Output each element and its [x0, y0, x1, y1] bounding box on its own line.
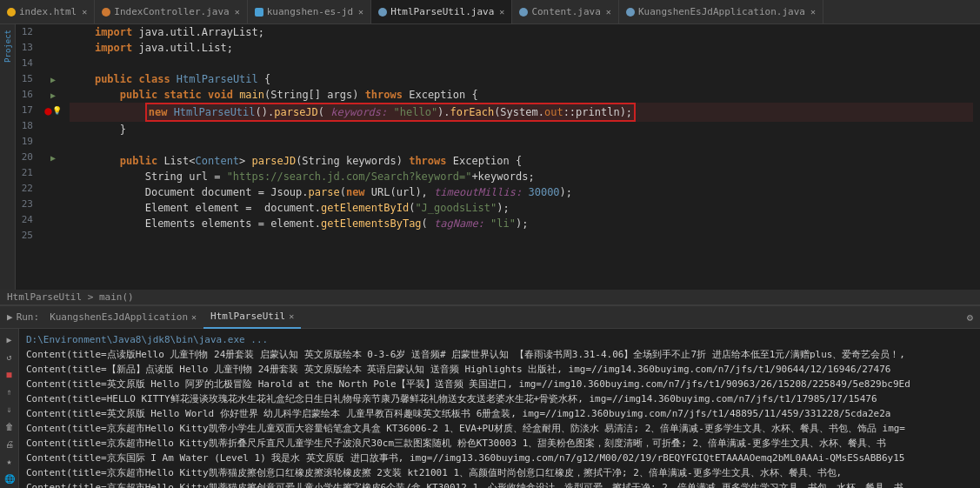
run-tab-close-kuangshen[interactable]: ✕: [191, 312, 197, 322]
marker-19: [43, 134, 63, 150]
tab-icon-java: [102, 8, 110, 17]
lnum-13: 13: [19, 40, 37, 56]
run-icon: ▶: [7, 311, 13, 323]
left-sidebar-gutter: Project: [0, 24, 16, 290]
code-content: Project 12 13 14 15 16 17 18 19 20 21 22…: [0, 24, 980, 290]
tab-icon-content: [519, 8, 528, 17]
tab-content-java[interactable]: Content.java ✕: [512, 0, 619, 24]
run-clear-button[interactable]: 🗑: [3, 419, 17, 433]
code-line-12: import java.util.ArrayList;: [70, 24, 973, 40]
run-panel: ▶ Run: KuangshenEsJdApplication ✕ HtmlPa…: [0, 305, 980, 488]
tab-index-html[interactable]: index.html ✕: [0, 0, 95, 24]
tab-close-html-parse-util[interactable]: ✕: [499, 7, 504, 17]
tab-close-content-java[interactable]: ✕: [606, 7, 611, 17]
code-editor: Project 12 13 14 15 16 17 18 19 20 21 22…: [0, 24, 980, 305]
run-output-line-9: Content(title=京东超市Hello Kitty凯蒂猫皮擦创意可爱儿童…: [26, 480, 973, 488]
code-line-19: [70, 137, 973, 153]
lnum-18: 18: [19, 118, 37, 134]
run-stop-button[interactable]: ■: [3, 367, 17, 381]
lnum-17: 17: [19, 103, 37, 118]
run-play-button[interactable]: ▶: [3, 332, 17, 346]
run-tab-kuangshen[interactable]: KuangshenEsJdApplication ✕: [43, 306, 203, 329]
run-web-button[interactable]: 🌐: [3, 471, 17, 485]
tab-html-parse-util[interactable]: HtmlParseUtil.java ✕: [371, 0, 512, 24]
run-label: ▶ Run:: [3, 311, 43, 323]
run-scroll-bottom-button[interactable]: ⇓: [3, 402, 17, 416]
code-line-21: String url = "https://search.jd.com/Sear…: [70, 169, 973, 184]
run-toolbar: ▶ ↺ ■ ⇑ ⇓ 🗑 🖨 ★ 🌐: [0, 329, 19, 488]
tab-close-index-controller[interactable]: ✕: [235, 7, 240, 17]
run-output-line-3: Content(title=HELLO KITTY鲜花漫谈玫瑰花水生花礼盒纪念日…: [26, 391, 973, 406]
tab-kuangshen-app[interactable]: KuangshenEsJdApplication.java ✕: [619, 0, 823, 24]
run-print-button[interactable]: 🖨: [3, 437, 17, 451]
tab-icon-html-parse: [378, 8, 387, 17]
marker-12: [43, 24, 63, 40]
marker-16: ▶: [43, 87, 63, 103]
marker-20: ▶: [43, 150, 63, 165]
marker-22: [43, 181, 63, 197]
run-output-line-0: Content(title=点读版Hello 儿童刊物 24册套装 启蒙认知 英…: [26, 347, 973, 362]
run-output-line-1: Content(title=【新品】点读版 Hello 儿童刊物 24册套装 英…: [26, 362, 973, 377]
tab-label-html-parse-util: HtmlParseUtil.java: [390, 6, 494, 17]
run-rerun-button[interactable]: ↺: [3, 350, 17, 364]
bulb-icon-17[interactable]: 💡: [52, 106, 62, 115]
tab-close-kuangshen-es-jd[interactable]: ✕: [358, 7, 363, 17]
tab-close-index-html[interactable]: ✕: [82, 7, 87, 17]
lnum-20: 20: [19, 150, 37, 165]
run-java-path: D:\Environment\Java8\jdk8\bin\java.exe .…: [26, 332, 973, 347]
tab-label-index-html: index.html: [19, 6, 77, 17]
tab-bar: index.html ✕ IndexController.java ✕ kuan…: [0, 0, 980, 24]
run-output-line-6: Content(title=京东超市Hello Kitty凯蒂折叠尺斥直尺儿童学…: [26, 436, 973, 451]
run-settings-icon[interactable]: ⚙: [963, 311, 977, 324]
lnum-19: 19: [19, 134, 37, 150]
run-tab-label-kuangshen: KuangshenEsJdApplication: [50, 311, 188, 323]
lnum-14: 14: [19, 56, 37, 71]
run-arrow-15: ▶: [50, 75, 56, 84]
tab-icon-es-jd: [255, 8, 263, 17]
tab-index-controller[interactable]: IndexController.java ✕: [95, 0, 247, 24]
run-output-line-5: Content(title=京东超市Hello Kitty凯帝小学生儿童双面大容…: [26, 421, 973, 436]
marker-23: [43, 197, 63, 212]
tab-label-kuangshen-es-jd: kuangshen-es-jd: [267, 6, 353, 17]
tab-icon-html: [7, 8, 16, 17]
run-output-line-7: Content(title=京东国际 I Am Water (Level 1) …: [26, 451, 973, 465]
main-area: Project 12 13 14 15 16 17 18 19 20 21 22…: [0, 24, 980, 488]
lnum-12: 12: [19, 24, 37, 40]
code-line-22: Document document = Jsoup.parse(new URL(…: [70, 184, 973, 200]
lnum-16: 16: [19, 87, 37, 103]
lnum-22: 22: [19, 181, 37, 197]
run-arrow-20: ▶: [50, 153, 56, 163]
code-line-14: [70, 56, 973, 71]
code-line-24: Elements elements = element.getElementsB…: [70, 216, 973, 231]
run-arrow-16: ▶: [50, 90, 56, 100]
lnum-21: 21: [19, 165, 37, 181]
project-label: Project: [3, 30, 12, 63]
run-output-line-8: Content(title=京东超市Hello Kitty凯蒂猫皮擦创意口红橡皮…: [26, 465, 973, 480]
lnum-15: 15: [19, 71, 37, 87]
tab-label-index-controller: IndexController.java: [114, 6, 229, 17]
marker-24: [43, 212, 63, 228]
line17-highlight: new HtmlParseUtil().parseJD( keywords: "…: [145, 103, 636, 122]
tab-label-kuangshen-app: KuangshenEsJdApplication.java: [638, 6, 805, 17]
run-output: D:\Environment\Java8\jdk8\bin\java.exe .…: [19, 329, 980, 488]
lnum-25: 25: [19, 228, 37, 244]
code-line-16: public static void main(String[] args) t…: [70, 87, 973, 103]
tab-close-kuangshen-app[interactable]: ✕: [810, 7, 816, 17]
breadcrumb: HtmlParseUtil > main(): [7, 291, 134, 303]
lnum-23: 23: [19, 197, 37, 212]
code-line-13: import java.util.List;: [70, 40, 973, 56]
code-line-15: public class HtmlParseUtil {: [70, 71, 973, 87]
run-tab-close-htmlparse[interactable]: ✕: [289, 311, 294, 321]
run-text: Run:: [17, 311, 40, 323]
marker-14: [43, 56, 63, 71]
breakpoint-17[interactable]: ●: [44, 104, 51, 117]
marker-13: [43, 40, 63, 56]
code-line-18: }: [70, 122, 973, 137]
favorites-button[interactable]: ★: [3, 454, 17, 468]
run-scroll-top-button[interactable]: ⇑: [3, 384, 17, 398]
code-line-23: Element element = document.getElementByI…: [70, 200, 973, 216]
tab-label-content-java: Content.java: [531, 6, 600, 17]
run-tab-htmlparse[interactable]: HtmlParseUtil ✕: [203, 306, 301, 329]
tab-kuangshen-es-jd[interactable]: kuangshen-es-jd ✕: [248, 0, 371, 24]
tab-icon-app: [626, 8, 635, 17]
